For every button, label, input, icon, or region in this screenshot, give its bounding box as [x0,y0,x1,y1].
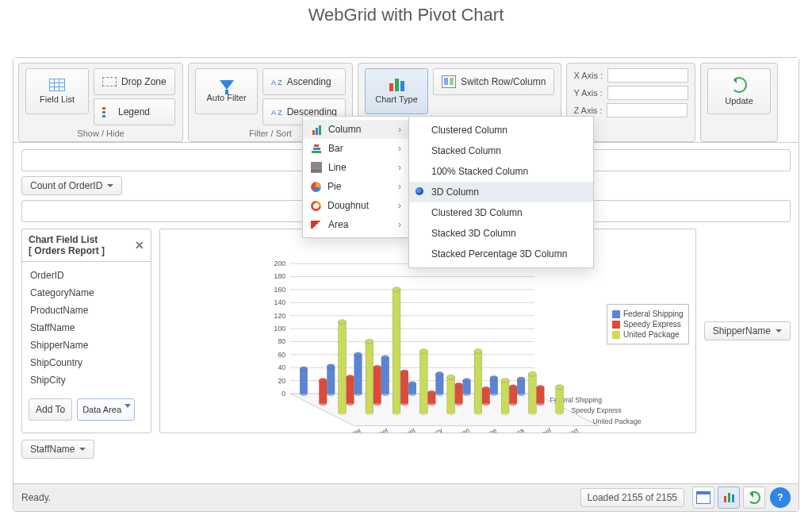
y-axis-label: Y Axis : [573,88,602,98]
svg-rect-68 [455,385,463,403]
swap-icon [442,75,456,88]
svg-point-33 [354,352,362,357]
svg-point-49 [490,391,498,396]
svg-point-79 [537,401,545,406]
svg-point-54 [319,379,327,383]
svg-text:Michael: Michael [528,426,553,433]
chart-view-button[interactable] [718,486,740,509]
svg-text:United Package: United Package [592,417,641,425]
menu-item-bar[interactable]: Bar› [303,139,409,158]
svg-point-63 [400,370,408,375]
page-title: WebGrid with Pivot Chart [0,0,812,37]
svg-point-64 [400,401,408,406]
svg-point-61 [373,401,381,406]
field-item[interactable]: CategoryName [30,284,143,302]
chart-legend: Federal ShippingSpeedy ExpressUnited Pac… [607,304,689,344]
svg-point-58 [347,401,354,406]
chevron-down-icon [776,329,782,333]
svg-point-46 [463,391,471,396]
auto-filter-button[interactable]: Auto Filter [195,68,258,114]
svg-rect-80 [339,322,347,413]
field-item[interactable]: StaffName [30,319,143,336]
svg-point-72 [482,386,490,391]
sort-desc-icon [271,106,282,117]
svg-rect-59 [373,367,381,403]
chart-type-button[interactable]: Chart Type [365,68,428,114]
svg-text:Janet: Janet [371,426,390,433]
svg-point-103 [529,410,537,415]
measure-chip[interactable]: Count of OrderID [21,176,122,195]
svg-text:200: 200 [274,260,286,267]
z-axis-input[interactable] [607,103,688,117]
area-select[interactable]: Data Area [77,398,135,421]
menu-item-doughnut[interactable]: Doughnut› [303,196,409,215]
field-item[interactable]: ShipCity [30,371,143,389]
svg-point-28 [300,391,308,396]
legend-button[interactable]: Legend [94,98,175,125]
field-list-button[interactable]: Field List [25,68,89,114]
help-button[interactable]: ? [770,487,791,508]
svg-text:Steven: Steven [448,426,471,433]
chart-type-menu[interactable]: Column›Bar›Line›Pie›Doughnut›Area› [302,116,410,238]
svg-point-37 [381,391,389,396]
dropzone-icon [102,77,117,87]
svg-point-73 [482,401,490,406]
sort-asc-button[interactable]: Ascending [262,68,346,95]
menu-item-area[interactable]: Area› [303,215,409,234]
submenu-item[interactable]: 3D Column [409,182,593,202]
y-axis-input[interactable] [607,86,688,100]
chart-subtype-menu[interactable]: Clustered ColumnStacked Column100% Stack… [408,116,594,268]
svg-rect-89 [420,351,428,413]
sort-asc-icon [271,76,282,87]
row-field-chip[interactable]: StaffName [21,440,94,459]
svg-text:0: 0 [282,390,285,398]
svg-point-94 [447,410,455,415]
svg-point-81 [339,320,347,325]
submenu-item[interactable]: Clustered 3D Column [409,202,593,223]
close-field-list-button[interactable]: ✕ [135,239,144,252]
svg-text:Robert: Robert [557,426,580,433]
field-item[interactable]: ShipperName [30,336,143,354]
menu-item-line[interactable]: Line› [303,158,409,177]
field-list-title: Chart Field List [29,234,105,245]
table-view-button[interactable] [692,486,714,509]
submenu-item[interactable]: Clustered Column [409,120,593,140]
svg-rect-53 [319,380,327,403]
submenu-item[interactable]: 100% Stacked Column [409,161,593,182]
loaded-count: Loaded 2155 of 2155 [580,488,684,507]
menu-item-pie[interactable]: Pie› [303,177,409,196]
svg-rect-92 [447,377,455,413]
drop-zone-button[interactable]: Drop Zone [94,68,175,95]
svg-point-105 [556,385,564,390]
svg-text:180: 180 [274,272,286,280]
submenu-item[interactable]: Stacked 3D Column [409,223,593,244]
svg-point-51 [517,377,525,382]
refresh-button[interactable] [743,486,765,509]
legend-item: Federal Shipping [612,310,684,318]
svg-text:140: 140 [274,298,286,306]
submenu-item[interactable]: Stacked Column [409,140,593,161]
svg-point-82 [339,410,347,415]
field-item[interactable]: ShipCountry [30,354,143,371]
svg-point-75 [509,385,517,390]
x-axis-input[interactable] [607,68,688,83]
add-to-button[interactable]: Add To [29,398,72,421]
field-item[interactable]: OrderID [30,267,143,284]
menu-item-column[interactable]: Column› [303,120,409,139]
svg-text:Anne: Anne [481,426,499,433]
svg-rect-29 [327,367,335,394]
svg-point-99 [501,378,509,383]
column-field-chip[interactable]: ShipperName [704,321,791,340]
chevron-down-icon [79,448,86,451]
update-button[interactable]: Update [707,68,771,114]
svg-point-36 [381,356,389,360]
table-icon [696,491,710,504]
svg-point-39 [408,382,416,386]
svg-point-40 [408,391,416,396]
svg-point-102 [529,371,537,376]
field-item[interactable]: ProductName [30,302,143,319]
svg-point-55 [319,401,327,406]
svg-text:Speedy Express: Speedy Express [571,406,622,414]
switch-row-col-button[interactable]: Switch Row/Column [433,68,554,95]
submenu-item[interactable]: Stacked Percentage 3D Column [409,244,593,264]
